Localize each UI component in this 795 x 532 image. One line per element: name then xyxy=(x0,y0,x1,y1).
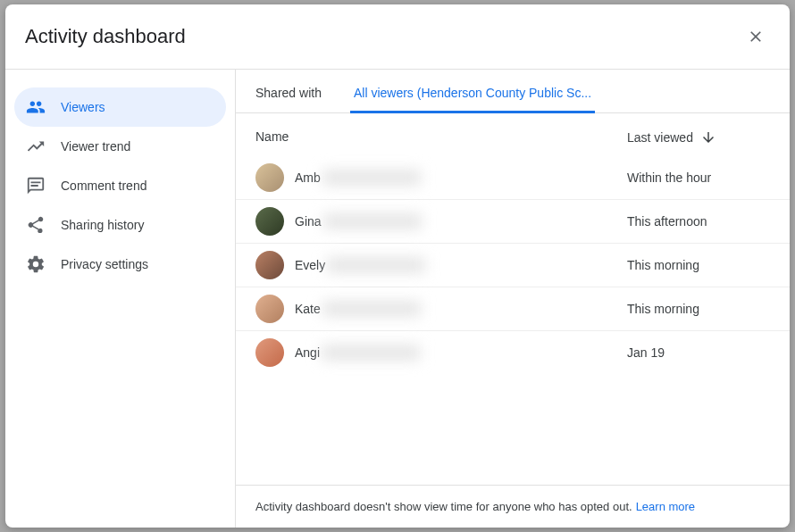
close-icon xyxy=(747,28,765,46)
name-cell: Evely xyxy=(255,251,627,279)
viewers-table: Name Last viewed AmbWithin the hourGinaT… xyxy=(236,113,790,485)
name-cell: Angi xyxy=(255,338,627,367)
last-viewed-cell: This morning xyxy=(627,258,770,272)
table-row: KateThis morning xyxy=(236,287,790,331)
name-cell: Gina xyxy=(255,207,627,236)
table-row: EvelyThis morning xyxy=(236,244,790,287)
comment-icon xyxy=(25,175,46,196)
viewer-name: Evely xyxy=(295,258,425,272)
gear-icon xyxy=(25,254,46,275)
tab-shared-with[interactable]: Shared with xyxy=(252,86,325,113)
redacted-name xyxy=(327,258,425,272)
viewer-name: Angi xyxy=(295,345,420,360)
dialog-title: Activity dashboard xyxy=(25,25,186,48)
sidebar-item-label: Privacy settings xyxy=(61,257,148,271)
name-cell: Amb xyxy=(255,163,627,192)
table-row: GinaThis afternoon xyxy=(236,200,790,244)
share-icon xyxy=(25,214,46,236)
name-cell: Kate xyxy=(255,295,627,323)
sidebar-item-viewers[interactable]: Viewers xyxy=(14,87,226,127)
main-content: Shared with All viewers (Henderson Count… xyxy=(236,70,790,528)
column-last-viewed-header[interactable]: Last viewed xyxy=(627,129,770,145)
sidebar-item-viewer-trend[interactable]: Viewer trend xyxy=(14,127,226,166)
last-viewed-cell: Jan 19 xyxy=(627,345,770,360)
last-viewed-cell: This afternoon xyxy=(627,214,770,229)
redacted-name xyxy=(322,170,421,185)
avatar xyxy=(255,207,284,236)
tab-label: Shared with xyxy=(255,86,322,100)
sidebar-item-sharing-history[interactable]: Sharing history xyxy=(14,205,226,245)
sidebar-item-comment-trend[interactable]: Comment trend xyxy=(14,166,226,205)
people-icon xyxy=(25,96,46,118)
sidebar-item-privacy-settings[interactable]: Privacy settings xyxy=(14,245,226,284)
viewer-name: Kate xyxy=(295,302,421,316)
footer: Activity dashboard doesn't show view tim… xyxy=(236,485,790,528)
sidebar-item-label: Viewer trend xyxy=(61,139,130,154)
avatar xyxy=(255,338,284,367)
dialog-body: Viewers Viewer trend Comment trend Shari… xyxy=(5,70,790,528)
table-row: AngiJan 19 xyxy=(236,331,790,374)
table-row: AmbWithin the hour xyxy=(236,156,790,200)
dialog-header: Activity dashboard xyxy=(5,4,790,70)
sidebar-item-label: Sharing history xyxy=(61,218,144,232)
last-viewed-cell: Within the hour xyxy=(627,170,770,185)
tab-label-paren: (Henderson County Public Sc... xyxy=(417,86,591,100)
sidebar-item-label: Viewers xyxy=(61,100,105,114)
avatar xyxy=(255,251,284,279)
redacted-name xyxy=(322,345,420,360)
sidebar-item-label: Comment trend xyxy=(61,179,146,193)
learn-more-link[interactable]: Learn more xyxy=(636,500,695,513)
avatar xyxy=(255,295,284,323)
redacted-name xyxy=(322,302,421,316)
activity-dashboard-dialog: Activity dashboard Viewers Viewer trend xyxy=(5,4,790,528)
tab-bar: Shared with All viewers (Henderson Count… xyxy=(236,70,790,113)
viewer-name: Gina xyxy=(295,214,422,229)
table-body: AmbWithin the hourGinaThis afternoonEvel… xyxy=(236,156,790,374)
tab-label: All viewers xyxy=(354,86,414,100)
tab-all-viewers[interactable]: All viewers (Henderson County Public Sc.… xyxy=(350,86,595,113)
sidebar: Viewers Viewer trend Comment trend Shari… xyxy=(5,70,236,528)
arrow-down-icon xyxy=(700,129,716,145)
column-label: Last viewed xyxy=(627,130,693,145)
table-header: Name Last viewed xyxy=(236,113,790,156)
avatar xyxy=(255,163,284,192)
last-viewed-cell: This morning xyxy=(627,302,770,316)
footer-text: Activity dashboard doesn't show view tim… xyxy=(255,500,632,513)
redacted-name xyxy=(323,214,422,229)
column-name-header[interactable]: Name xyxy=(255,129,627,145)
viewer-name: Amb xyxy=(295,170,421,185)
trending-icon xyxy=(25,136,46,157)
close-button[interactable] xyxy=(740,21,772,53)
